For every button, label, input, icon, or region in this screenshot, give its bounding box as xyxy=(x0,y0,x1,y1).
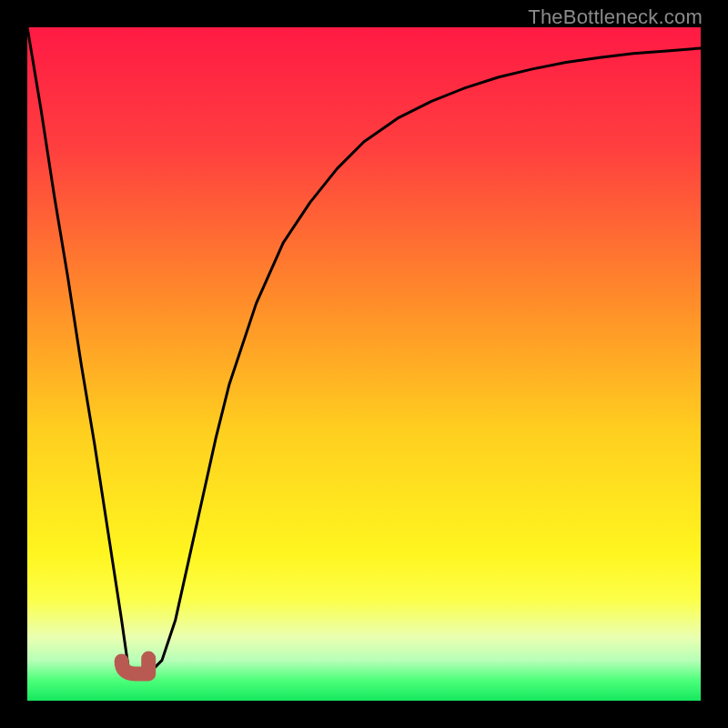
watermark-text: TheBottleneck.com xyxy=(528,5,703,29)
bottleneck-curve xyxy=(27,27,701,673)
chart-frame: TheBottleneck.com xyxy=(0,0,728,728)
minimum-marker xyxy=(122,659,149,674)
plot-area xyxy=(27,27,701,701)
curve-layer xyxy=(27,27,701,701)
